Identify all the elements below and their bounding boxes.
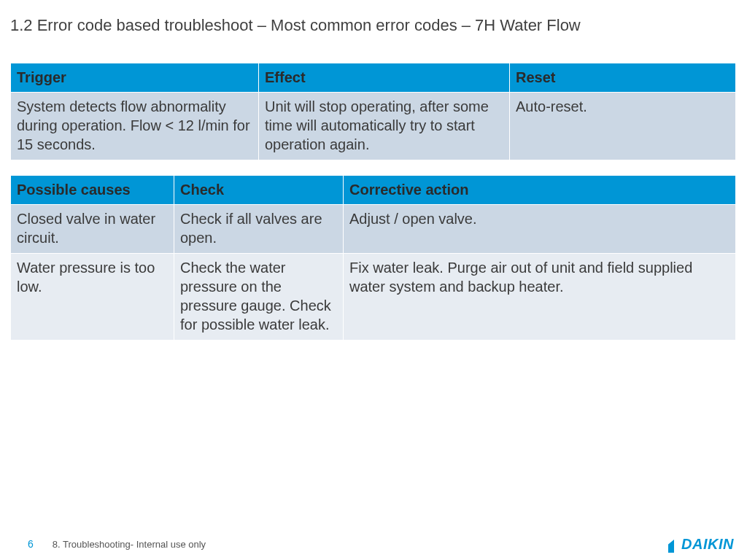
slide-body: 1.2 Error code based troubleshoot – Most… <box>0 0 747 341</box>
daikin-logo: DAIKIN <box>658 536 734 553</box>
col-trigger: Trigger <box>11 63 259 93</box>
col-check: Check <box>174 176 344 205</box>
cell-cause: Closed valve in water circuit. <box>11 205 174 254</box>
col-reset: Reset <box>510 63 736 93</box>
footer: 6 8. Troubleshooting- Internal use only <box>0 538 747 550</box>
brand-text: DAIKIN <box>681 536 734 553</box>
cell-effect: Unit will stop operating, after some tim… <box>259 93 510 160</box>
cell-check: Check the water pressure on the pressure… <box>174 254 344 341</box>
page-number: 6 <box>28 538 34 550</box>
cell-action: Fix water leak. Purge air out of unit an… <box>344 254 736 341</box>
col-action: Corrective action <box>344 176 736 205</box>
causes-check-action-table: Possible causes Check Corrective action … <box>10 175 736 341</box>
cell-reset: Auto-reset. <box>510 93 736 160</box>
cell-trigger: System detects flow abnormality during o… <box>11 93 259 160</box>
page-title: 1.2 Error code based troubleshoot – Most… <box>10 16 737 35</box>
table-row: Closed valve in water circuit. Check if … <box>11 205 736 254</box>
cell-action: Adjust / open valve. <box>344 205 736 254</box>
footer-note: 8. Troubleshooting- Internal use only <box>53 539 206 550</box>
col-causes: Possible causes <box>11 176 174 205</box>
daikin-swoosh-icon <box>658 538 677 553</box>
col-effect: Effect <box>259 63 510 93</box>
table-row: Water pressure is too low. Check the wat… <box>11 254 736 341</box>
cell-check: Check if all valves are open. <box>174 205 344 254</box>
trigger-effect-reset-table: Trigger Effect Reset System detects flow… <box>10 63 736 160</box>
table-row: System detects flow abnormality during o… <box>11 93 736 160</box>
cell-cause: Water pressure is too low. <box>11 254 174 341</box>
